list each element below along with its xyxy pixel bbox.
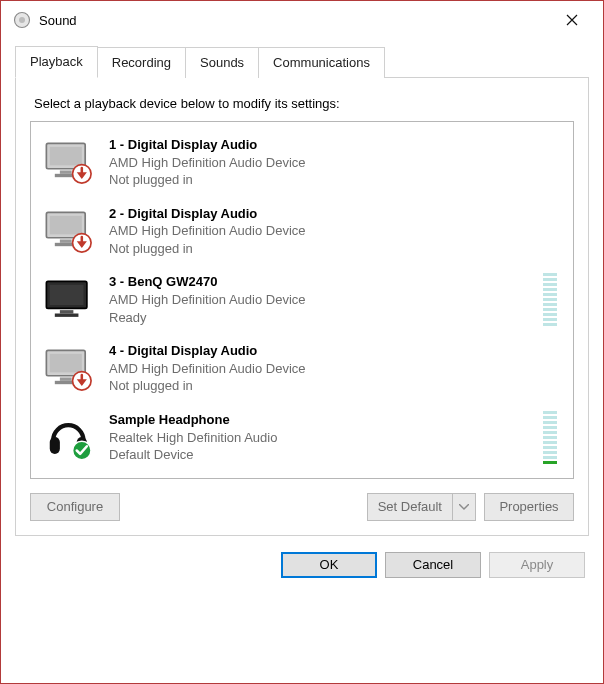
device-status: Not plugged in bbox=[109, 171, 561, 189]
titlebar: Sound bbox=[1, 1, 603, 39]
configure-button[interactable]: Configure bbox=[30, 493, 120, 521]
tab-playback[interactable]: Playback bbox=[15, 46, 98, 78]
svg-rect-3 bbox=[50, 147, 82, 166]
device-description: AMD High Definition Audio Device bbox=[109, 222, 561, 240]
monitor-unplugged-icon bbox=[43, 344, 97, 394]
device-row[interactable]: 4 - Digital Display AudioAMD High Defini… bbox=[37, 334, 567, 403]
sound-icon bbox=[13, 11, 31, 29]
svg-rect-18 bbox=[60, 377, 72, 380]
device-text: Sample HeadphoneRealtek High Definition … bbox=[109, 411, 531, 464]
svg-rect-15 bbox=[55, 313, 79, 316]
monitor-unplugged-icon bbox=[43, 206, 97, 256]
tabstrip: Playback Recording Sounds Communications bbox=[15, 45, 589, 78]
dialog-client: Playback Recording Sounds Communications… bbox=[1, 39, 603, 592]
tab-sounds[interactable]: Sounds bbox=[186, 47, 259, 78]
svg-rect-4 bbox=[60, 171, 72, 174]
device-name: 2 - Digital Display Audio bbox=[109, 205, 561, 223]
set-default-button[interactable]: Set Default bbox=[367, 493, 476, 521]
device-description: Realtek High Definition Audio bbox=[109, 429, 531, 447]
monitor-unplugged-icon bbox=[43, 137, 97, 187]
tab-recording[interactable]: Recording bbox=[98, 47, 186, 78]
device-text: 4 - Digital Display AudioAMD High Defini… bbox=[109, 342, 561, 395]
svg-point-1 bbox=[19, 17, 25, 23]
level-meter bbox=[543, 411, 557, 464]
svg-rect-13 bbox=[50, 285, 84, 305]
panel-button-row: Configure Set Default Properties bbox=[30, 493, 574, 521]
device-text: 1 - Digital Display AudioAMD High Defini… bbox=[109, 136, 561, 189]
device-text: 2 - Digital Display AudioAMD High Defini… bbox=[109, 205, 561, 258]
svg-rect-14 bbox=[60, 310, 74, 313]
properties-button[interactable]: Properties bbox=[484, 493, 574, 521]
device-status: Ready bbox=[109, 309, 531, 327]
ok-button[interactable]: OK bbox=[281, 552, 377, 578]
playback-prompt: Select a playback device below to modify… bbox=[34, 96, 574, 111]
chevron-down-icon[interactable] bbox=[453, 504, 475, 510]
monitor-ready-icon bbox=[43, 275, 97, 325]
device-row[interactable]: 2 - Digital Display AudioAMD High Defini… bbox=[37, 197, 567, 266]
device-row[interactable]: 1 - Digital Display AudioAMD High Defini… bbox=[37, 128, 567, 197]
device-name: 1 - Digital Display Audio bbox=[109, 136, 561, 154]
cancel-button[interactable]: Cancel bbox=[385, 552, 481, 578]
set-default-label: Set Default bbox=[368, 494, 453, 520]
svg-rect-17 bbox=[50, 353, 82, 372]
tab-communications[interactable]: Communications bbox=[259, 47, 385, 78]
device-name: 4 - Digital Display Audio bbox=[109, 342, 561, 360]
window-title: Sound bbox=[39, 13, 77, 28]
device-list[interactable]: 1 - Digital Display AudioAMD High Defini… bbox=[30, 121, 574, 479]
device-name: 3 - BenQ GW2470 bbox=[109, 273, 531, 291]
tab-panel-playback: Select a playback device below to modify… bbox=[15, 78, 589, 536]
device-text: 3 - BenQ GW2470AMD High Definition Audio… bbox=[109, 273, 531, 326]
device-row[interactable]: Sample HeadphoneRealtek High Definition … bbox=[37, 403, 567, 472]
device-status: Not plugged in bbox=[109, 377, 561, 395]
headphones-default-icon bbox=[43, 412, 97, 462]
device-status: Not plugged in bbox=[109, 240, 561, 258]
svg-rect-8 bbox=[50, 216, 82, 235]
apply-button[interactable]: Apply bbox=[489, 552, 585, 578]
svg-rect-9 bbox=[60, 239, 72, 242]
level-meter bbox=[543, 273, 557, 326]
device-description: AMD High Definition Audio Device bbox=[109, 360, 561, 378]
close-button[interactable] bbox=[549, 5, 595, 35]
svg-rect-21 bbox=[50, 437, 60, 454]
device-description: AMD High Definition Audio Device bbox=[109, 291, 531, 309]
device-description: AMD High Definition Audio Device bbox=[109, 154, 561, 172]
device-row[interactable]: 3 - BenQ GW2470AMD High Definition Audio… bbox=[37, 265, 567, 334]
device-name: Sample Headphone bbox=[109, 411, 531, 429]
device-status: Default Device bbox=[109, 446, 531, 464]
dialog-footer: OK Cancel Apply bbox=[15, 552, 589, 578]
